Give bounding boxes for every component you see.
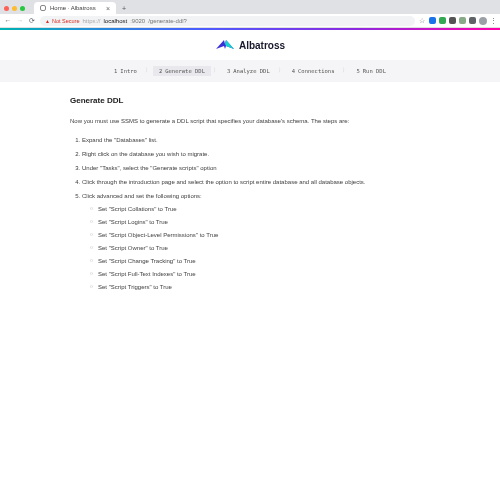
extension-icon[interactable] (439, 17, 446, 24)
instruction-list: Expand the "Databases" list.Right click … (70, 136, 430, 292)
step-label: Generate DDL (165, 68, 205, 74)
step-label: Connections (298, 68, 334, 74)
step-number: 2 (159, 68, 162, 74)
instruction-item: Expand the "Databases" list. (82, 136, 430, 145)
intro-text: Now you must use SSMS to generate a DDL … (70, 117, 430, 126)
chevron-right-icon: 〉 (143, 66, 153, 76)
extension-icon[interactable] (459, 17, 466, 24)
step-connections[interactable]: 4Connections (286, 66, 341, 76)
albatross-logo-icon (215, 38, 235, 52)
chevron-right-icon: 〉 (276, 66, 286, 76)
step-number: 5 (356, 68, 359, 74)
url-port: :9020 (130, 18, 145, 24)
reload-button[interactable]: ⟳ (28, 17, 36, 25)
app-header: Albatross (0, 30, 500, 60)
tab-title: Home · Albatross (50, 5, 96, 11)
instruction-item: Under "Tasks", select the "Generate scri… (82, 164, 430, 173)
main-content: Generate DDL Now you must use SSMS to ge… (0, 82, 500, 307)
browser-chrome: Home · Albatross × + ← → ⟳ Not Secure ht… (0, 0, 500, 28)
option-item: Set "Script Full-Text Indexes" to True (90, 270, 430, 279)
url-path: /generate-ddl? (148, 18, 187, 24)
step-number: 1 (114, 68, 117, 74)
option-item: Set "Script Logins" to True (90, 218, 430, 227)
close-tab-icon[interactable]: × (106, 5, 110, 12)
url-scheme: https:// (82, 18, 100, 24)
url-host: localhost (103, 18, 127, 24)
stepper: 1Intro〉2Generate DDL〉3Analyze DDL〉4Conne… (0, 60, 500, 82)
option-item: Set "Script Triggers" to True (90, 283, 430, 292)
instruction-item: Click advanced and set the following opt… (82, 192, 430, 292)
step-label: Intro (120, 68, 137, 74)
brand-name: Albatross (239, 40, 285, 51)
brand-logo[interactable]: Albatross (215, 38, 285, 52)
kebab-menu-icon[interactable]: ⋮ (490, 17, 496, 25)
page-title: Generate DDL (70, 96, 430, 105)
address-bar[interactable]: Not Secure https://localhost:9020/genera… (40, 16, 415, 26)
tab-strip: Home · Albatross × + (0, 0, 500, 14)
profile-avatar[interactable] (479, 17, 487, 25)
step-analyze-ddl[interactable]: 3Analyze DDL (221, 66, 276, 76)
extension-icon[interactable] (429, 17, 436, 24)
back-button[interactable]: ← (4, 17, 12, 25)
option-item: Set "Script Object-Level Permissions" to… (90, 231, 430, 240)
option-item: Set "Script Change Tracking" to True (90, 257, 430, 266)
close-window-icon[interactable] (4, 6, 9, 11)
step-intro[interactable]: 1Intro (108, 66, 143, 76)
chevron-right-icon: 〉 (340, 66, 350, 76)
option-list: Set "Script Collations" to TrueSet "Scri… (82, 205, 430, 292)
step-label: Run DDL (363, 68, 386, 74)
new-tab-button[interactable]: + (119, 5, 129, 12)
step-run-ddl[interactable]: 5Run DDL (350, 66, 392, 76)
bookmark-icon[interactable]: ☆ (419, 17, 426, 24)
chevron-right-icon: 〉 (211, 66, 221, 76)
toolbar-actions: ☆ ⋮ (419, 17, 496, 25)
step-generate-ddl[interactable]: 2Generate DDL (153, 66, 211, 76)
option-item: Set "Script Owner" to True (90, 244, 430, 253)
option-item: Set "Script Collations" to True (90, 205, 430, 214)
forward-button[interactable]: → (16, 17, 24, 25)
favicon-icon (40, 5, 46, 11)
maximize-window-icon[interactable] (20, 6, 25, 11)
window-controls (4, 6, 25, 11)
step-label: Analyze DDL (233, 68, 269, 74)
step-number: 3 (227, 68, 230, 74)
not-secure-badge[interactable]: Not Secure (45, 18, 79, 24)
instruction-item: Click through the introduction page and … (82, 178, 430, 187)
step-number: 4 (292, 68, 295, 74)
browser-tab[interactable]: Home · Albatross × (34, 2, 116, 14)
toolbar: ← → ⟳ Not Secure https://localhost:9020/… (0, 14, 500, 28)
minimize-window-icon[interactable] (12, 6, 17, 11)
extension-icon[interactable] (449, 17, 456, 24)
extensions-puzzle-icon[interactable] (469, 17, 476, 24)
instruction-item: Right click on the database you wish to … (82, 150, 430, 159)
